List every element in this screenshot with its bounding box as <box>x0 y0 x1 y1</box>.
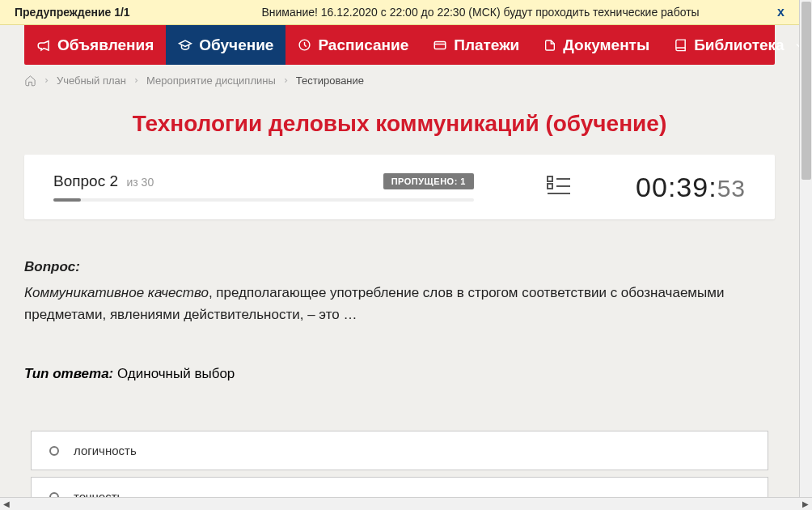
graduation-cap-icon <box>178 38 192 53</box>
question-prefix: Вопрос: <box>24 257 775 278</box>
vertical-scrollbar[interactable] <box>799 0 812 497</box>
warning-message: Внимание! 16.12.2020 с 22:00 до 22:30 (М… <box>176 6 785 19</box>
nav-label: Обучение <box>199 36 273 54</box>
answer-type: Тип ответа: Одиночный выбор <box>24 366 775 382</box>
option-label: точность <box>74 490 123 497</box>
nav-documents[interactable]: Документы <box>531 25 662 65</box>
answer-option[interactable]: логичность <box>31 431 768 470</box>
nav-label: Расписание <box>318 36 408 54</box>
warning-title: Предупреждение 1/1 <box>15 6 176 19</box>
svg-rect-4 <box>548 184 552 189</box>
test-status-card: Вопрос 2 из 30 ПРОПУЩЕНО: 1 00:39:53 <box>24 155 775 219</box>
breadcrumb-plan[interactable]: Учебный план <box>57 74 126 87</box>
scroll-right-arrow[interactable]: ▶ <box>799 498 812 511</box>
chevron-right-icon <box>282 74 290 87</box>
scrollbar-track[interactable] <box>13 498 799 510</box>
timer: 00:39:53 <box>636 172 746 203</box>
chevron-right-icon <box>133 74 140 87</box>
nav-payments[interactable]: Платежи <box>421 25 531 65</box>
home-icon[interactable] <box>24 74 36 87</box>
nav-label: Платежи <box>454 36 519 54</box>
svg-rect-1 <box>434 41 446 49</box>
nav-announcements[interactable]: Объявления <box>24 25 166 65</box>
answer-options: логичность точность <box>31 431 768 497</box>
warning-close-button[interactable]: x <box>777 5 785 19</box>
question-list-icon[interactable] <box>547 175 571 199</box>
scrollbar-thumb[interactable] <box>801 2 811 180</box>
nav-library[interactable]: Библиотека <box>662 25 812 65</box>
warning-bar: Предупреждение 1/1 Внимание! 16.12.2020 … <box>0 0 799 25</box>
breadcrumb-current: Тестирование <box>296 74 364 87</box>
progress-fill <box>53 198 81 202</box>
book-icon <box>674 38 687 52</box>
nav-label: Библиотека <box>694 36 784 54</box>
timer-seconds: 53 <box>717 175 746 202</box>
page-title: Технологии деловых коммуникаций (обучени… <box>0 111 799 137</box>
clock-icon <box>298 38 311 52</box>
answer-type-value: Одиночный выбор <box>113 366 235 381</box>
progress-bar <box>53 198 474 202</box>
nav-label: Документы <box>563 36 649 54</box>
question-number: Вопрос 2 <box>53 172 118 189</box>
timer-main: 00:39: <box>636 172 717 202</box>
nav-label: Объявления <box>57 36 154 54</box>
chevron-right-icon <box>43 74 50 87</box>
question-body: Вопрос: Коммуникативное качество, предпо… <box>24 257 775 325</box>
svg-rect-2 <box>548 176 552 181</box>
main-nav: Объявления Обучение Расписание Платежи Д… <box>24 25 775 65</box>
card-icon <box>433 38 447 53</box>
file-icon <box>543 38 556 53</box>
nav-learning[interactable]: Обучение <box>166 25 285 65</box>
answer-type-label: Тип ответа: <box>24 366 113 381</box>
skipped-badge: ПРОПУЩЕНО: 1 <box>383 173 474 189</box>
nav-schedule[interactable]: Расписание <box>285 25 421 65</box>
question-total: из 30 <box>126 176 154 189</box>
radio-icon <box>49 446 59 456</box>
horizontal-scrollbar[interactable]: ◀ ▶ <box>0 497 812 510</box>
option-label: логичность <box>74 444 137 457</box>
scroll-left-arrow[interactable]: ◀ <box>0 498 13 511</box>
answer-option[interactable]: точность <box>31 477 768 497</box>
breadcrumb-event[interactable]: Мероприятие дисциплины <box>146 74 276 87</box>
question-emphasis: Коммуникативное качество <box>24 285 209 300</box>
megaphone-icon <box>36 38 51 53</box>
breadcrumb: Учебный план Мероприятие дисциплины Тест… <box>24 74 775 87</box>
